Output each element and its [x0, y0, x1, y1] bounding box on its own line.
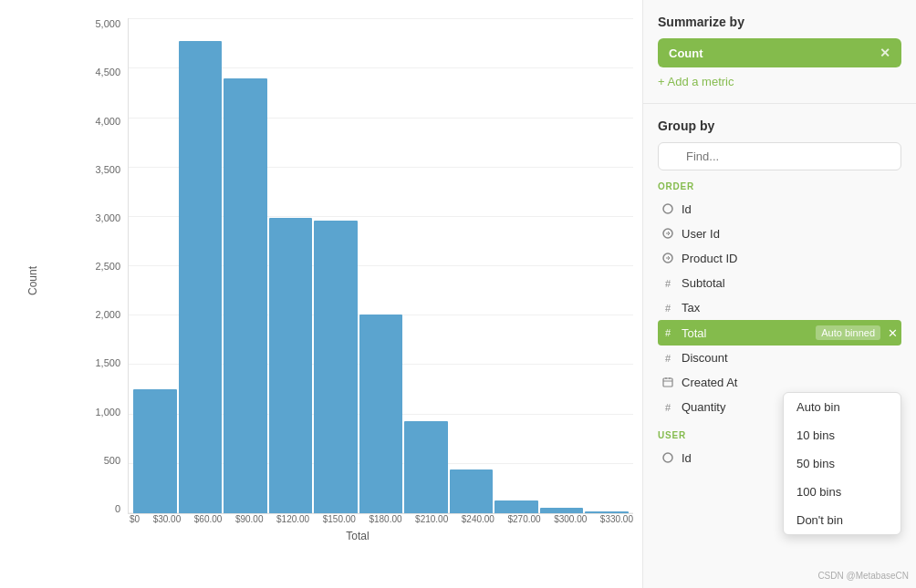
field-label: Product ID [682, 252, 898, 265]
field-label: Discount [682, 351, 898, 365]
close-metric-button[interactable]: ✕ [880, 46, 890, 60]
field-label: Id [682, 202, 898, 216]
x-axis-labels: $0$30.00$60.00$90.00$120.00$150.00$180.0… [130, 514, 633, 524]
y-tick: 0 [115, 503, 120, 514]
group-field-item[interactable]: Product ID [658, 246, 901, 271]
field-label: User Id [682, 227, 898, 241]
add-metric-label: + Add a metric [658, 75, 734, 88]
y-tick: 4,000 [95, 116, 120, 127]
field-type-icon: # [661, 402, 674, 413]
bin-dropdown: Auto bin10 bins50 bins100 binsDon't bin [783, 392, 901, 535]
group-field-item[interactable]: Created At [658, 370, 901, 395]
x-tick-label: $240.00 [462, 514, 494, 524]
summarize-section: Summarize by Count ✕ + Add a metric [643, 0, 916, 104]
bin-option[interactable]: Auto bin [784, 393, 900, 421]
search-wrapper: 🔍 [658, 142, 901, 170]
field-label: Total [682, 326, 808, 340]
field-label: Subtotal [682, 276, 898, 290]
field-type-icon: # [661, 303, 674, 314]
svg-rect-3 [663, 378, 672, 387]
bar[interactable] [494, 500, 538, 513]
y-tick: 5,000 [95, 18, 120, 29]
group-field-item[interactable]: #TotalAuto binned✕ [658, 320, 901, 346]
y-axis: 05001,0001,5002,0002,5003,0003,5004,0004… [82, 18, 128, 514]
x-tick-label: $270.00 [507, 514, 540, 524]
x-tick-label: $180.00 [369, 514, 401, 524]
group-field-item[interactable]: Id [658, 197, 901, 222]
bin-option[interactable]: 10 bins [784, 421, 900, 449]
svg-point-7 [663, 453, 672, 462]
group-field-item[interactable]: #Discount [658, 346, 901, 370]
bar[interactable] [540, 508, 584, 513]
metric-pill[interactable]: Count ✕ [658, 38, 901, 67]
bar[interactable] [450, 469, 494, 513]
chart-area: Count 05001,0001,5002,0002,5003,0003,500… [0, 0, 642, 588]
auto-binned-badge: Auto binned [816, 325, 880, 340]
field-type-icon [661, 377, 674, 389]
bar[interactable] [224, 78, 267, 513]
bar[interactable] [314, 221, 358, 513]
y-tick: 500 [104, 455, 120, 466]
metric-label: Count [669, 46, 703, 60]
bars-area [128, 18, 633, 514]
summarize-title: Summarize by [658, 15, 901, 29]
y-tick: 2,000 [95, 309, 120, 320]
field-type-icon [661, 203, 674, 216]
group-search-input[interactable] [658, 142, 901, 170]
x-tick-label: $30.00 [153, 514, 182, 524]
field-type-icon: # [661, 353, 674, 364]
bar[interactable] [179, 41, 223, 513]
bar[interactable] [404, 421, 448, 513]
x-tick-label: $90.00 [235, 514, 264, 524]
bar[interactable] [359, 315, 403, 513]
watermark-label: CSDN @MetabaseCN [817, 571, 909, 581]
group-field-item[interactable]: #Subtotal [658, 271, 901, 295]
bin-option[interactable]: Don't bin [784, 506, 900, 534]
svg-point-0 [663, 204, 672, 213]
field-label: Created At [682, 376, 898, 389]
field-type-icon [661, 253, 674, 265]
field-type-icon [661, 228, 674, 241]
close-field-button[interactable]: ✕ [888, 326, 898, 340]
bar[interactable] [133, 389, 177, 513]
order-section-label: ORDER [658, 181, 901, 191]
group-field-item[interactable]: #Tax [658, 295, 901, 320]
y-tick: 4,500 [95, 67, 120, 77]
group-field-item[interactable]: User Id [658, 222, 901, 246]
x-tick-label: $150.00 [323, 514, 356, 524]
x-tick-label: $300.00 [554, 514, 587, 524]
bin-option[interactable]: 100 bins [784, 478, 900, 506]
bin-option[interactable]: 50 bins [784, 449, 900, 478]
y-tick: 3,500 [95, 164, 120, 175]
y-tick: 2,500 [95, 261, 120, 272]
x-tick-label: $60.00 [194, 514, 223, 524]
right-panel: Summarize by Count ✕ + Add a metric Grou… [642, 0, 916, 588]
y-tick: 1,000 [95, 407, 120, 418]
order-fields: IdUser IdProduct ID#Subtotal#Tax#TotalAu… [658, 197, 901, 419]
field-type-icon [661, 452, 674, 465]
bar[interactable] [585, 511, 629, 513]
add-metric-button[interactable]: + Add a metric [658, 75, 901, 88]
y-tick: 3,000 [95, 212, 120, 223]
x-tick-label: $0 [130, 514, 140, 524]
bar[interactable] [269, 218, 313, 513]
field-type-icon: # [661, 327, 674, 338]
x-tick-label: $120.00 [276, 514, 309, 524]
y-tick: 1,500 [95, 357, 120, 368]
y-axis-label: Count [26, 265, 39, 294]
field-type-icon: # [661, 278, 674, 289]
x-tick-label: $210.00 [415, 514, 448, 524]
x-axis-title: Total [82, 530, 633, 542]
group-title: Group by [658, 119, 901, 133]
field-label: Tax [682, 301, 898, 315]
x-tick-label: $330.00 [600, 514, 633, 524]
